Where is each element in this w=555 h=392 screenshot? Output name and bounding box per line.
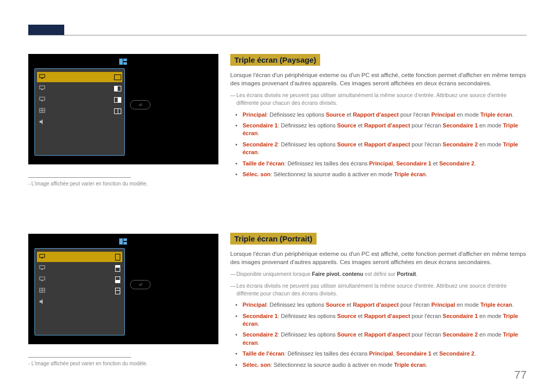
svg-rect-3 bbox=[40, 74, 45, 78]
bullet-taille: Taille de l'écran: Définissez les taille… bbox=[243, 160, 528, 167]
note: Les écrans divisés ne peuvent pas utilis… bbox=[230, 91, 528, 106]
section-portrait: Triple écran (Portrait) Lorsque l'écran … bbox=[230, 233, 528, 372]
note-availability: Disponible uniquement lorsque Faire pivo… bbox=[230, 270, 528, 278]
svg-rect-8 bbox=[41, 101, 43, 101]
svg-rect-1 bbox=[123, 59, 127, 61]
svg-marker-25 bbox=[40, 299, 43, 304]
bullet-taille: Taille de l'écran: Définissez les taille… bbox=[243, 350, 528, 358]
osd-header-icon bbox=[28, 236, 218, 247]
svg-rect-6 bbox=[41, 89, 43, 90]
osd-row-secondaire1[interactable] bbox=[37, 263, 122, 273]
osd-row-taille[interactable] bbox=[37, 106, 122, 116]
svg-rect-2 bbox=[123, 62, 127, 65]
osd-menu bbox=[34, 248, 125, 335]
svg-rect-19 bbox=[41, 269, 43, 270]
bullet-son: Sélec. son: Sélectionnez la source audio… bbox=[243, 361, 528, 369]
osd-row-taille[interactable] bbox=[37, 286, 122, 296]
screenshot-caption: - L'image affichée peut varier en foncti… bbox=[28, 357, 218, 366]
screenshot-panel-portrait: ⏎ - L'image affichée peut varier en fonc… bbox=[28, 234, 218, 366]
osd-screenshot: ⏎ bbox=[28, 54, 218, 164]
svg-rect-0 bbox=[119, 59, 123, 65]
bullet-secondaire2: Secondaire 2: Définissez les options Sou… bbox=[243, 331, 528, 347]
osd-return-button[interactable]: ⏎ bbox=[130, 280, 151, 289]
header-rule bbox=[28, 35, 527, 35]
svg-marker-12 bbox=[40, 119, 43, 124]
svg-rect-15 bbox=[123, 242, 127, 245]
screenshot-panel-paysage: ⏎ - L'image affichée peut varier en fonc… bbox=[28, 54, 218, 186]
svg-rect-7 bbox=[40, 97, 45, 100]
osd-header-icon bbox=[28, 57, 218, 67]
note: Les écrans divisés ne peuvent pas utilis… bbox=[230, 282, 528, 297]
caption-text: L'image affichée peut varier en fonction… bbox=[31, 361, 147, 366]
bullet-secondaire2: Secondaire 2: Définissez les options Sou… bbox=[243, 141, 528, 157]
caption-rule bbox=[28, 357, 131, 358]
osd-row-son[interactable] bbox=[37, 297, 122, 307]
caption-rule bbox=[28, 177, 131, 178]
page-number: 77 bbox=[514, 368, 527, 382]
bullet-list: Principal: Définissez les options Source… bbox=[230, 301, 528, 369]
osd-return-button[interactable]: ⏎ bbox=[130, 100, 151, 109]
osd-row-secondaire2[interactable] bbox=[37, 274, 122, 285]
bullet-principal: Principal: Définissez les options Source… bbox=[243, 111, 528, 119]
bullet-list: Principal: Définissez les options Source… bbox=[230, 111, 528, 179]
section-intro: Lorsque l'écran d'un périphérique extern… bbox=[230, 250, 528, 266]
svg-rect-21 bbox=[41, 281, 43, 281]
osd-row-secondaire2[interactable] bbox=[37, 95, 122, 105]
bullet-son: Sélec. son: Sélectionnez la source audio… bbox=[243, 171, 528, 178]
bullet-secondaire1: Secondaire 1: Définissez les options Sou… bbox=[243, 312, 528, 328]
svg-rect-18 bbox=[40, 266, 45, 269]
osd-menu bbox=[34, 68, 125, 156]
osd-screenshot: ⏎ bbox=[28, 234, 218, 344]
screenshot-caption: - L'image affichée peut varier en foncti… bbox=[28, 177, 218, 186]
svg-rect-16 bbox=[40, 254, 45, 257]
section-intro: Lorsque l'écran d'un périphérique extern… bbox=[230, 71, 528, 87]
bullet-secondaire1: Secondaire 1: Définissez les options Sou… bbox=[243, 122, 528, 138]
svg-rect-14 bbox=[123, 238, 127, 241]
caption-text: L'image affichée peut varier en fonction… bbox=[31, 181, 147, 186]
section-paysage: Triple écran (Paysage) Lorsque l'écran d… bbox=[230, 54, 528, 181]
svg-rect-13 bbox=[119, 238, 123, 245]
osd-row-son[interactable] bbox=[37, 117, 122, 127]
svg-rect-4 bbox=[41, 78, 43, 79]
bullet-principal: Principal: Définissez les options Source… bbox=[243, 301, 528, 309]
section-title: Triple écran (Paysage) bbox=[230, 54, 320, 66]
svg-rect-20 bbox=[40, 277, 45, 280]
section-title: Triple écran (Portrait) bbox=[230, 233, 317, 245]
osd-row-principal[interactable] bbox=[37, 252, 122, 262]
header-brand-bar bbox=[28, 25, 64, 35]
osd-row-principal[interactable] bbox=[37, 72, 122, 82]
osd-row-secondaire1[interactable] bbox=[37, 83, 122, 94]
svg-rect-17 bbox=[41, 258, 43, 258]
svg-rect-5 bbox=[40, 86, 45, 89]
